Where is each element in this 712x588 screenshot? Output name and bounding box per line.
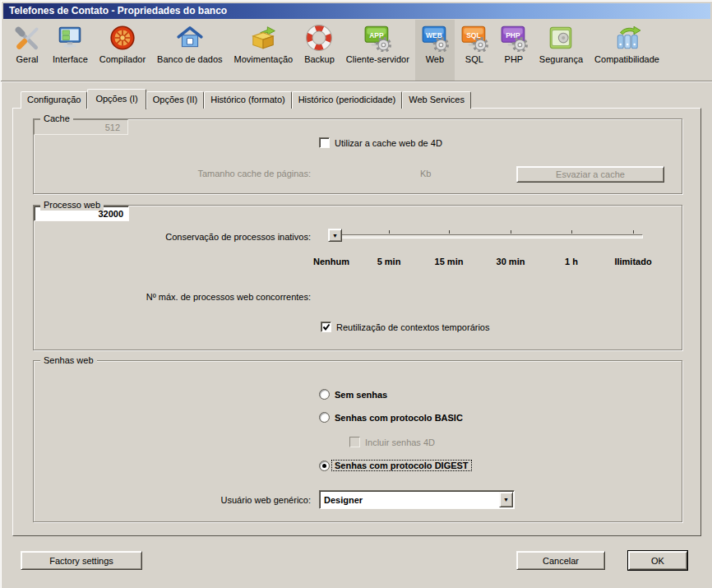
toolbar-item-compilador[interactable]: Compilador (94, 20, 151, 81)
chevron-down-icon: ▼ (503, 497, 509, 502)
toolbar-item-interface[interactable]: Interface (47, 20, 94, 81)
toolbar-item-sql[interactable]: SQL SQL (455, 20, 494, 81)
generic-web-user-label: Usuário web genérico: (40, 495, 311, 505)
toolbar-item-backup[interactable]: Backup (298, 20, 340, 81)
toolbar-item-banco-de-dados[interactable]: Banco de dados (151, 20, 229, 81)
compiler-wheel-icon (109, 24, 136, 52)
toolbar-label: Backup (304, 54, 335, 64)
slider-tick (449, 230, 450, 234)
toolbar-item-movimentacao[interactable]: Movimentação (229, 20, 299, 81)
cancel-button[interactable]: Cancelar (516, 551, 605, 570)
box-arrow-icon (249, 24, 277, 52)
app-server-icon: APP (363, 24, 391, 52)
toolbar-label: Web (426, 54, 444, 64)
dropdown-button[interactable]: ▼ (499, 492, 513, 507)
digest-protocol-label: Senhas com protocolo DIGEST (331, 460, 472, 471)
check-icon (322, 323, 331, 331)
web-passwords-group: Senhas web Sem senhas Senhas com protoco… (33, 360, 682, 522)
basic-protocol-label: Senhas com protocolo BASIC (335, 413, 463, 423)
properties-dialog: Telefones de Contato - Propriedades do b… (0, 0, 712, 588)
svg-text:PHP: PHP (506, 31, 520, 39)
tab-strip: Configuração Opções (I) Opções (II) Hist… (21, 88, 471, 109)
reuse-temp-contexts-label: Reutilização de contextos temporários (336, 322, 489, 332)
toolbar-label: Cliente-servidor (346, 54, 409, 64)
generic-web-user-dropdown[interactable]: Designer ▼ (319, 490, 515, 509)
use-web-cache-checkbox[interactable] (319, 137, 330, 148)
tools-icon (13, 24, 41, 52)
tab-web-services[interactable]: Web Services (402, 91, 471, 109)
toolbar-label: SQL (465, 54, 483, 64)
no-passwords-label: Sem senhas (335, 390, 387, 400)
digest-protocol-radio[interactable] (319, 461, 330, 471)
basic-protocol-radio[interactable] (319, 412, 330, 423)
lifebuoy-icon (305, 24, 333, 52)
slider-tick (389, 230, 390, 234)
slider-tick (511, 230, 511, 234)
web-process-group-legend: Processo web (40, 199, 104, 211)
slider-label-30min: 30 min (497, 257, 525, 266)
toolbar-label: Compatibilidade (594, 54, 659, 64)
use-web-cache-label: Utilizar a cache web de 4D (335, 138, 442, 148)
toolbar-item-php[interactable]: PHP PHP (494, 20, 534, 81)
include-4d-passwords-label: Incluir senhas 4D (365, 438, 435, 447)
slider-label-5min: 5 min (377, 257, 401, 266)
ok-button-default-ring: OK (627, 550, 688, 571)
slider-label-15min: 15 min (435, 257, 464, 266)
no-passwords-radio[interactable] (319, 389, 330, 400)
web-server-icon: WEB (421, 24, 449, 52)
cache-size-unit: Kb (420, 169, 431, 178)
binders-arrow-icon (613, 24, 641, 52)
window-title: Telefones de Contato - Propriedades do b… (9, 5, 227, 16)
reuse-temp-contexts-checkbox[interactable] (321, 322, 331, 332)
toolbar-item-web[interactable]: WEB Web (415, 20, 455, 81)
svg-text:WEB: WEB (426, 31, 442, 39)
svg-text:APP: APP (370, 31, 385, 39)
toolbar-label: Segurança (539, 54, 583, 64)
sql-server-icon: SQL (460, 24, 488, 52)
empty-cache-button: Esvaziar a cache (516, 166, 664, 183)
slider-label-1h: 1 h (565, 257, 578, 266)
tab-opcoes-2[interactable]: Opções (II) (146, 91, 204, 109)
safe-icon (547, 24, 575, 52)
home-database-icon (176, 24, 204, 52)
generic-web-user-value: Designer (320, 495, 498, 505)
slider-tick (633, 230, 634, 234)
ok-button[interactable]: OK (628, 551, 687, 570)
toolbar-label: Compilador (99, 54, 146, 64)
max-web-processes-label: Nº máx. de processos web concorrentes: (40, 292, 311, 302)
toolbar-item-geral[interactable]: Geral (7, 20, 47, 81)
toolbar-item-compatibilidade[interactable]: Compatibilidade (589, 20, 665, 81)
slider-label-nenhum: Nenhum (313, 257, 349, 266)
toolbar-label: Interface (53, 54, 88, 64)
cache-group-legend: Cache (40, 113, 73, 124)
tab-historico-periodicidade[interactable]: Histórico (periodicidade) (292, 91, 403, 109)
include-4d-passwords-checkbox (349, 437, 360, 447)
slider-thumb[interactable]: ▼ (328, 229, 342, 242)
svg-text:SQL: SQL (466, 31, 480, 39)
inactive-processes-slider[interactable]: ▼ (327, 228, 645, 244)
keep-inactive-processes-label: Conservação de processos inativos: (40, 232, 311, 242)
toolbar-label: PHP (505, 54, 524, 64)
php-server-icon: PHP (500, 24, 528, 52)
toolbar-item-seguranca[interactable]: Segurança (534, 20, 589, 81)
tab-opcoes-1[interactable]: Opções (I) (87, 89, 146, 109)
title-bar: Telefones de Contato - Propriedades do b… (3, 3, 710, 19)
toolbar-separator (1, 81, 712, 82)
toolbar-item-cliente-servidor[interactable]: APP Cliente-servidor (340, 20, 415, 81)
slider-track[interactable] (337, 234, 643, 238)
slider-tick-labels: Nenhum 5 min 15 min 30 min 1 h Ilimitado (327, 257, 645, 268)
slider-tick (571, 230, 572, 234)
tab-historico-formato[interactable]: Histórico (formato) (204, 91, 291, 109)
toolbar-label: Movimentação (234, 54, 294, 64)
cache-size-label: Tamanho cache de páginas: (40, 169, 311, 178)
slider-label-ilimitado: Ilimitado (614, 257, 651, 266)
tab-configuracao[interactable]: Configuração (21, 91, 87, 109)
toolbar-label: Banco de dados (157, 54, 223, 64)
tab-page-opcoes-1: Cache Utilizar a cache web de 4D Tamanho… (12, 108, 701, 536)
monitor-icon (56, 24, 84, 52)
toolbar: Geral Interface (3, 20, 710, 81)
toolbar-label: Geral (16, 54, 39, 64)
cache-group: Cache Utilizar a cache web de 4D Tamanho… (33, 118, 682, 194)
factory-settings-button[interactable]: Factory settings (21, 551, 142, 570)
web-passwords-group-legend: Senhas web (40, 354, 97, 366)
